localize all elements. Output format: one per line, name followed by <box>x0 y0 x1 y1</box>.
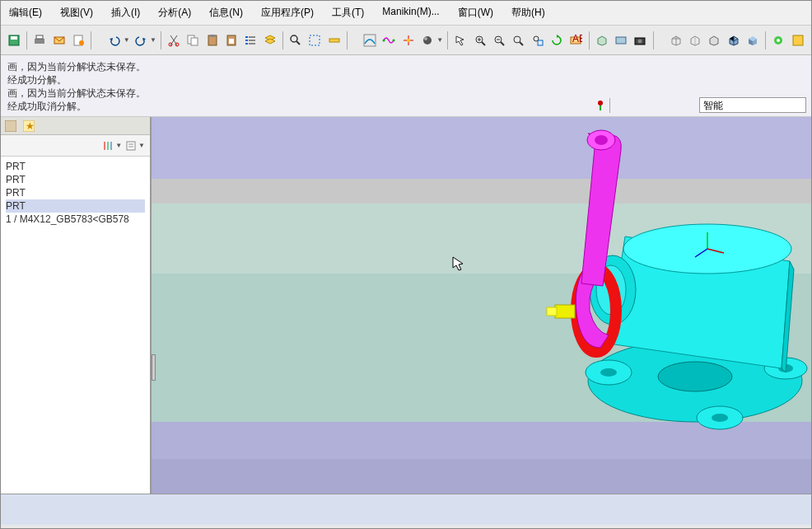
paste-special-button[interactable] <box>223 31 240 49</box>
separator <box>91 31 91 49</box>
tree-tab[interactable] <box>4 119 17 133</box>
zoom-fit-button[interactable] <box>472 31 488 49</box>
shaded-edges-button[interactable] <box>726 31 742 49</box>
select-button[interactable] <box>306 31 323 49</box>
orient-button[interactable]: AB <box>567 31 584 49</box>
separator <box>26 31 27 49</box>
separator <box>282 31 283 49</box>
svg-point-48 <box>638 39 642 43</box>
star-tab[interactable]: ★ <box>22 119 35 133</box>
zoom-window-button[interactable] <box>510 31 526 49</box>
cut-button[interactable] <box>166 31 182 49</box>
tree-item[interactable]: PRT <box>6 186 145 199</box>
tree-show-dropdown[interactable]: ▼ <box>138 142 145 149</box>
menu-info[interactable]: 信息(N) <box>206 4 246 21</box>
view-style-button[interactable] <box>594 31 610 49</box>
svg-point-68 <box>712 414 728 422</box>
svg-point-21 <box>291 35 297 42</box>
menu-manikin[interactable]: Manikin(M)... <box>379 4 442 21</box>
tree-item[interactable]: PRT <box>6 199 145 213</box>
tree-settings-button[interactable] <box>100 138 115 153</box>
svg-point-66 <box>600 368 617 377</box>
svg-point-31 <box>423 36 432 44</box>
tree-show-button[interactable] <box>124 138 138 153</box>
paste-button[interactable] <box>204 31 221 49</box>
menu-view[interactable]: 视图(V) <box>57 4 96 21</box>
svg-rect-17 <box>245 40 248 41</box>
sphere-dropdown[interactable]: ▼ <box>436 36 443 44</box>
tree-item[interactable]: PRT <box>6 160 145 173</box>
redo-button[interactable] <box>133 31 149 49</box>
menu-help[interactable]: 帮助(H) <box>508 4 548 21</box>
undo-dropdown[interactable]: ▼ <box>124 36 130 44</box>
3d-model[interactable] <box>464 125 810 455</box>
tree-item[interactable]: 1 / M4X12_GB5783<GB578 <box>6 213 145 226</box>
datum-button[interactable] <box>790 31 806 49</box>
tree-settings-dropdown[interactable]: ▼ <box>115 142 122 149</box>
svg-rect-1 <box>11 36 17 40</box>
menu-tools[interactable]: 工具(T) <box>329 4 367 21</box>
svg-point-30 <box>407 39 410 42</box>
separator <box>589 31 590 49</box>
doc-button[interactable] <box>70 31 86 49</box>
menu-bar: 编辑(E) 视图(V) 插入(I) 分析(A) 信息(N) 应用程序(P) 工具… <box>1 1 811 26</box>
find-button[interactable] <box>287 31 304 49</box>
panel-resize-handle[interactable] <box>152 354 156 381</box>
hidden-line-button[interactable] <box>687 31 703 49</box>
curve-tool-button[interactable] <box>362 31 378 49</box>
svg-rect-14 <box>229 39 234 44</box>
main-area: ★ ▼ ▼ PRT PRT PRT PRT 1 / M4X12_GB5783<G… <box>1 117 811 494</box>
redraw-button[interactable] <box>548 31 565 49</box>
message-line: 画，因为当前分解状态未保存。 <box>7 60 805 73</box>
mail-button[interactable] <box>51 31 68 49</box>
menu-analysis[interactable]: 分析(A) <box>155 4 194 21</box>
layers-button[interactable] <box>262 31 278 49</box>
status-bar <box>1 494 811 525</box>
redo-dropdown[interactable]: ▼ <box>150 36 156 44</box>
svg-rect-12 <box>210 35 215 37</box>
svg-rect-16 <box>249 36 255 38</box>
menu-window[interactable]: 窗口(W) <box>455 4 497 21</box>
wireframe-button[interactable] <box>668 31 684 49</box>
main-toolbar: ▼ ▼ ▼ AB <box>1 26 811 55</box>
svg-rect-60 <box>127 142 135 150</box>
svg-rect-25 <box>364 35 376 46</box>
svg-rect-18 <box>249 40 255 41</box>
menu-app[interactable]: 应用程序(P) <box>258 4 317 21</box>
zoom-area-button[interactable] <box>530 31 546 49</box>
svg-text:AB: AB <box>572 34 582 44</box>
sphere-tool-button[interactable] <box>419 31 436 49</box>
svg-rect-77 <box>555 305 575 318</box>
undo-button[interactable] <box>105 31 122 49</box>
copy-button[interactable] <box>184 31 201 49</box>
menu-edit[interactable]: 编辑(E) <box>6 4 45 21</box>
tree-toolbar: ▼ ▼ <box>1 135 150 157</box>
model-tree[interactable]: PRT PRT PRT PRT 1 / M4X12_GB5783<GB578 <box>1 157 150 494</box>
panel-tabs: ★ <box>1 117 150 135</box>
separator <box>347 31 348 49</box>
list-button[interactable] <box>242 31 259 49</box>
separator <box>765 31 766 49</box>
cursor-icon <box>451 255 466 272</box>
svg-rect-3 <box>36 35 43 39</box>
save-button[interactable] <box>6 31 22 49</box>
svg-point-64 <box>658 362 732 391</box>
3d-viewport[interactable] <box>152 117 811 494</box>
saved-views-button[interactable] <box>613 31 629 49</box>
model-tree-panel: ★ ▼ ▼ PRT PRT PRT PRT 1 / M4X12_GB5783<G… <box>1 117 152 494</box>
tree-item[interactable]: PRT <box>6 173 145 186</box>
shaded-button[interactable] <box>744 31 761 49</box>
separator <box>161 31 161 49</box>
annotation-button[interactable] <box>770 31 786 49</box>
arrow-tool-button[interactable] <box>452 31 469 49</box>
capture-button[interactable] <box>632 31 648 49</box>
smart-selection-box[interactable]: 智能 <box>699 97 806 113</box>
print-button[interactable] <box>31 31 48 49</box>
point-tool-button[interactable] <box>400 31 417 49</box>
menu-insert[interactable]: 插入(I) <box>108 4 143 21</box>
measure-button[interactable] <box>326 31 343 49</box>
no-hidden-button[interactable] <box>706 31 722 49</box>
spline-tool-button[interactable] <box>380 31 397 49</box>
zoom-out-button[interactable] <box>491 31 507 49</box>
svg-rect-2 <box>35 39 44 44</box>
